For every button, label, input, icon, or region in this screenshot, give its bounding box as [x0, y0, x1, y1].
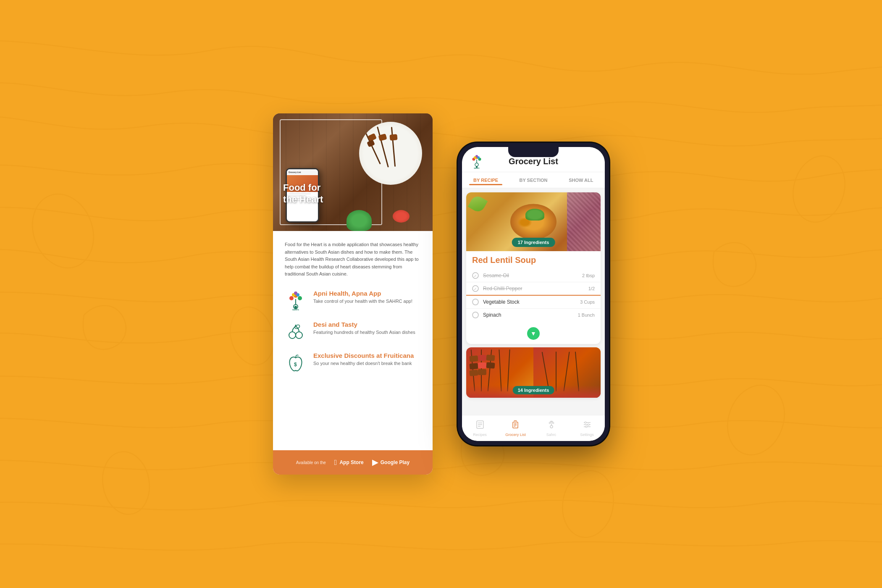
- nav-grocery-list[interactable]: Grocery List: [498, 420, 533, 437]
- googleplay-icon: ▶: [372, 458, 378, 467]
- recipe-card-red-lentil-soup: 17 Ingredients Red Lentil Soup ✓: [466, 192, 601, 344]
- nav-settings[interactable]: Settings: [569, 420, 605, 437]
- googleplay-button[interactable]: ▶ Google Play: [372, 458, 410, 467]
- nav-label-recipes: Recipes: [473, 433, 487, 437]
- app-tabs: BY RECIPE BY SECTION SHOW ALL: [462, 172, 605, 188]
- nav-label-sahrc: Sahrc: [546, 433, 556, 437]
- settings-nav-icon: [583, 420, 592, 431]
- nav-recipes[interactable]: Recipes: [462, 420, 498, 437]
- recipes-nav-icon: [475, 420, 485, 431]
- ingredient-list-soup: ✓ Sesame Oil 2 tbsp ✓: [466, 268, 601, 325]
- bottom-nav: Recipes Grocery List: [462, 415, 605, 441]
- plant-sahrc-icon: sahrc: [286, 291, 306, 311]
- feature-text-apni-health: Apni Health, Apna App Take control of yo…: [313, 290, 421, 304]
- promo-card: Grocery List Food for the Heart Food: [273, 113, 433, 475]
- vegetable-stock-name: Vegetable Stock: [483, 299, 580, 305]
- svg-point-20: [475, 163, 478, 166]
- desi-tasty-icon-wrap: [285, 321, 307, 343]
- recipe-card-second: 14 Ingredients: [466, 347, 601, 398]
- promo-footer: Available on the  App Store ▶ Google Pl…: [273, 450, 433, 475]
- svg-point-17: [296, 332, 302, 339]
- svg-point-47: [550, 421, 551, 423]
- sesame-oil-name: Sesame Oil: [483, 273, 582, 278]
- svg-point-42: [550, 425, 553, 428]
- feature-title-apni-health: Apni Health, Apna App: [313, 290, 421, 297]
- feature-title-desi-tasty: Desi and Tasty: [313, 321, 421, 328]
- phone-mockup: sahrc Grocery List BY RECIPE BY SECTION …: [458, 143, 609, 445]
- svg-point-18: [294, 324, 300, 330]
- sesame-oil-amount: 2 tbsp: [582, 273, 595, 278]
- appstore-label: App Store: [339, 459, 363, 465]
- main-content: Grocery List Food for the Heart Food: [0, 0, 882, 588]
- feature-text-discounts: Exclusive Discounts at Fruiticana So you…: [313, 352, 421, 366]
- recipe-image-skewers: 14 Ingredients: [466, 347, 601, 398]
- recipe-title-soup: Red Lentil Soup: [466, 251, 601, 268]
- feature-item-apni-health: sahrc Apni Health, Apna App Take control…: [285, 290, 421, 312]
- promo-description: Food for the Heart is a mobile applicati…: [285, 241, 421, 278]
- tab-show-all[interactable]: SHOW ALL: [557, 175, 605, 185]
- feature-desc-apni-health: Take control of your health with the SAH…: [313, 299, 421, 304]
- svg-point-54: [585, 426, 587, 428]
- phone-notch: [508, 147, 559, 157]
- tab-by-recipe[interactable]: BY RECIPE: [462, 175, 509, 185]
- svg-point-16: [289, 332, 296, 339]
- hero-food-decoration: [342, 118, 426, 227]
- expand-button-wrap: ▼: [466, 325, 601, 344]
- herb-decoration: [346, 210, 372, 231]
- feature-list: sahrc Apni Health, Apna App Take control…: [285, 290, 421, 374]
- svg-point-13: [294, 291, 297, 295]
- volume-down-button: [608, 225, 609, 246]
- soup-ingredients-badge: 17 Ingredients: [512, 238, 555, 247]
- ingredient-sesame-oil[interactable]: ✓ Sesame Oil 2 tbsp: [466, 269, 601, 282]
- tab-by-section[interactable]: BY SECTION: [509, 175, 557, 185]
- promo-body: Food for the Heart is a mobile applicati…: [273, 231, 433, 438]
- sahrc-nav-icon: [547, 420, 556, 431]
- appstore-button[interactable]:  App Store: [334, 458, 364, 467]
- plate: [359, 122, 422, 185]
- svg-point-27: [475, 155, 478, 158]
- svg-point-10: [298, 296, 302, 300]
- nav-sahrc[interactable]: Sahrc: [533, 420, 569, 437]
- spinach-name: Spinach: [483, 312, 578, 318]
- app-content: 17 Ingredients Red Lentil Soup ✓: [462, 188, 605, 415]
- feature-desc-discounts: So your new healthy diet doesn't break t…: [313, 361, 421, 366]
- spinach-check: [472, 312, 479, 318]
- volume-down-left-button: [458, 242, 459, 267]
- nav-label-grocery: Grocery List: [505, 433, 526, 437]
- sesame-oil-check: ✓: [472, 272, 479, 279]
- svg-point-53: [588, 424, 589, 425]
- recipe-image-soup: 17 Ingredients: [466, 192, 601, 251]
- promo-hero: Grocery List Food for the Heart: [273, 113, 433, 231]
- grocery-nav-icon: [511, 420, 520, 431]
- sauce-decoration: [393, 210, 410, 223]
- cherry-icon: [286, 322, 306, 342]
- ingredient-vegetable-stock[interactable]: Vegetable Stock 3 Cups: [466, 296, 601, 309]
- sahrc-logo-icon: sahrc: [470, 155, 484, 169]
- svg-point-52: [585, 422, 586, 423]
- red-chilli-check: ✓: [472, 285, 479, 292]
- expand-button[interactable]: ▼: [527, 327, 540, 340]
- googleplay-label: Google Play: [381, 459, 410, 465]
- vegetable-stock-amount: 3 Cups: [580, 299, 595, 304]
- ingredient-red-chilli[interactable]: ✓ Red Chilli Pepper 1/2: [466, 282, 601, 296]
- vegetable-stock-check: [472, 299, 479, 305]
- feature-item-desi-tasty: Desi and Tasty Featuring hundreds of hea…: [285, 321, 421, 343]
- svg-point-48: [551, 421, 553, 423]
- ingredient-spinach[interactable]: Spinach 1 Bunch: [466, 309, 601, 321]
- app-title: Grocery List: [484, 157, 583, 166]
- available-text: Available on the: [296, 460, 326, 465]
- power-button: [608, 197, 609, 218]
- svg-text:sahrc: sahrc: [292, 308, 299, 311]
- svg-text:✓: ✓: [474, 287, 477, 291]
- feature-desc-desi-tasty: Featuring hundreds of healthy South Asia…: [313, 330, 421, 335]
- app-logo: sahrc: [470, 155, 484, 169]
- svg-text:✓: ✓: [474, 274, 477, 278]
- svg-text:$: $: [294, 362, 297, 368]
- nav-label-settings: Settings: [580, 433, 594, 437]
- feature-title-discounts: Exclusive Discounts at Fruiticana: [313, 352, 421, 359]
- volume-up-button: [458, 210, 459, 235]
- apple-icon: : [334, 458, 337, 467]
- spinach-amount: 1 Bunch: [578, 312, 595, 318]
- svg-point-8: [289, 296, 294, 300]
- red-chilli-amount: 1/2: [588, 286, 595, 291]
